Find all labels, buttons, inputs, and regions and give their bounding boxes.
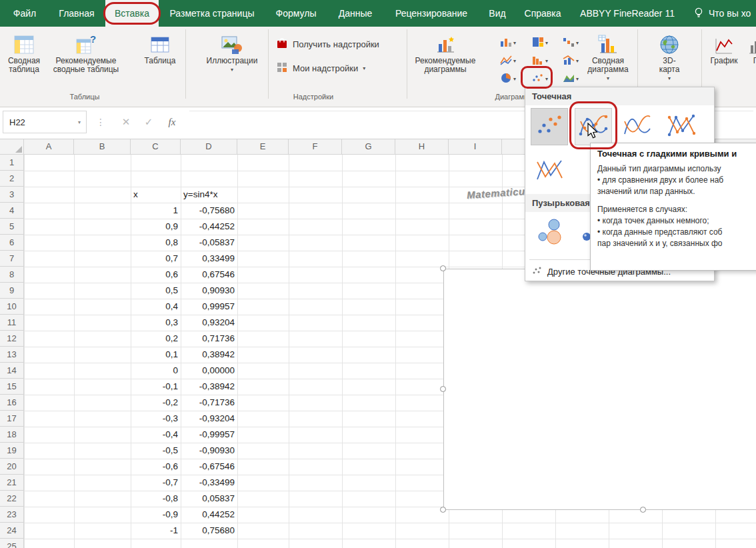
line-chart-button[interactable]: ▾ bbox=[493, 53, 523, 69]
cell-D23[interactable]: 0,44252 bbox=[181, 507, 237, 523]
cell-C22[interactable]: -0,8 bbox=[131, 491, 181, 507]
column-header-H[interactable]: H bbox=[395, 139, 449, 155]
cell-C20[interactable]: -0,6 bbox=[131, 459, 181, 475]
cell-D24[interactable]: 0,75680 bbox=[181, 523, 237, 539]
row-header-23[interactable]: 23 bbox=[0, 507, 24, 523]
row-header-9[interactable]: 9 bbox=[0, 283, 24, 299]
column-header-A[interactable]: A bbox=[24, 139, 74, 155]
tab-page-layout[interactable]: Разметка страницы bbox=[163, 0, 261, 27]
cell-D10[interactable]: 0,99957 bbox=[181, 299, 237, 315]
enter-icon[interactable]: ✓ bbox=[140, 107, 157, 137]
table-button[interactable]: Таблица bbox=[137, 31, 183, 92]
cell-D17[interactable]: -0,93204 bbox=[181, 411, 237, 427]
tab-view[interactable]: Вид bbox=[483, 0, 512, 27]
chart-handle-bottom-center[interactable] bbox=[640, 507, 646, 513]
row-header-7[interactable]: 7 bbox=[0, 251, 24, 267]
tab-help[interactable]: Справка bbox=[516, 0, 569, 27]
column-header-E[interactable]: E bbox=[237, 139, 289, 155]
row-header-6[interactable]: 6 bbox=[0, 235, 24, 251]
cell-D3[interactable]: y=sin4*x bbox=[181, 187, 237, 203]
chart-placeholder[interactable] bbox=[443, 269, 756, 510]
cell-C21[interactable]: -0,7 bbox=[131, 475, 181, 491]
cell-C7[interactable]: 0,7 bbox=[131, 251, 181, 267]
tab-review[interactable]: Рецензирование bbox=[384, 0, 479, 27]
row-header-16[interactable]: 16 bbox=[0, 395, 24, 411]
name-box[interactable]: H22 ▾ bbox=[3, 111, 87, 133]
cell-C8[interactable]: 0,6 bbox=[131, 267, 181, 283]
row-header-4[interactable]: 4 bbox=[0, 203, 24, 219]
my-addins-button[interactable]: Мои надстройки ▾ bbox=[276, 61, 365, 75]
cell-C17[interactable]: -0,3 bbox=[131, 411, 181, 427]
cell-D21[interactable]: -0,33499 bbox=[181, 475, 237, 491]
row-header-24[interactable]: 24 bbox=[0, 523, 24, 539]
cell-C14[interactable]: 0 bbox=[131, 363, 181, 379]
cell-C24[interactable]: -1 bbox=[131, 523, 181, 539]
recommended-pivots-button[interactable]: ? Рекомендуемые сводные таблицы bbox=[47, 31, 125, 92]
row-header-3[interactable]: 3 bbox=[0, 187, 24, 203]
cell-C18[interactable]: -0,4 bbox=[131, 427, 181, 443]
menu-item-scatter-straight[interactable] bbox=[531, 153, 568, 190]
treemap-chart-button[interactable]: ▾ bbox=[525, 35, 555, 51]
cell-C23[interactable]: -0,9 bbox=[131, 507, 181, 523]
cell-C15[interactable]: -0,1 bbox=[131, 379, 181, 395]
cell-D20[interactable]: -0,67546 bbox=[181, 459, 237, 475]
chart-handle-top-left[interactable] bbox=[440, 265, 446, 271]
cell-C11[interactable]: 0,3 bbox=[131, 315, 181, 331]
cell-D18[interactable]: -0,99957 bbox=[181, 427, 237, 443]
row-header-20[interactable]: 20 bbox=[0, 459, 24, 475]
cell-C19[interactable]: -0,5 bbox=[131, 443, 181, 459]
cell-D16[interactable]: -0,71736 bbox=[181, 395, 237, 411]
tab-file[interactable]: Файл bbox=[5, 0, 44, 27]
row-header-5[interactable]: 5 bbox=[0, 219, 24, 235]
row-header-10[interactable]: 10 bbox=[0, 299, 24, 315]
cell-D12[interactable]: 0,71736 bbox=[181, 331, 237, 347]
cell-D15[interactable]: -0,38942 bbox=[181, 379, 237, 395]
menu-item-bubble[interactable] bbox=[531, 214, 568, 251]
menu-item-scatter-straight-markers[interactable] bbox=[663, 108, 700, 145]
cell-C13[interactable]: 0,1 bbox=[131, 347, 181, 363]
column-chart-button[interactable]: ▾ bbox=[493, 35, 523, 51]
sparkline-histogram-button[interactable]: Ги bbox=[743, 31, 756, 92]
row-header-8[interactable]: 8 bbox=[0, 267, 24, 283]
tab-formulas[interactable]: Формулы bbox=[265, 0, 327, 27]
row-header-13[interactable]: 13 bbox=[0, 347, 24, 363]
menu-item-scatter-smooth[interactable] bbox=[619, 108, 656, 145]
chart-handle-mid-left[interactable] bbox=[440, 386, 446, 392]
column-header-I[interactable]: I bbox=[449, 139, 502, 155]
row-header-17[interactable]: 17 bbox=[0, 411, 24, 427]
column-header-B[interactable]: B bbox=[74, 139, 131, 155]
column-header-C[interactable]: C bbox=[131, 139, 181, 155]
row-header-1[interactable]: 1 bbox=[0, 155, 24, 171]
tab-abbyy-finereader[interactable]: ABBYY FineReader 11 bbox=[572, 0, 683, 27]
get-addins-button[interactable]: Получить надстройки bbox=[276, 37, 379, 51]
column-header-F[interactable]: F bbox=[289, 139, 342, 155]
tell-me-search[interactable]: Что вы хо bbox=[693, 0, 756, 27]
row-header-11[interactable]: 11 bbox=[0, 315, 24, 331]
recommended-charts-button[interactable]: Рекомендуемые диаграммы bbox=[411, 31, 480, 92]
cell-D14[interactable]: 0,00000 bbox=[181, 363, 237, 379]
sparkline-line-button[interactable]: График bbox=[704, 31, 744, 92]
tab-insert[interactable]: Вставка bbox=[105, 0, 159, 27]
pie-chart-button[interactable]: ▾ bbox=[493, 71, 523, 87]
cell-D22[interactable]: 0,05837 bbox=[181, 491, 237, 507]
map-3d-button[interactable]: 3D-карта ▾ bbox=[641, 31, 697, 92]
pivot-chart-button[interactable]: Сводная диаграмма ▾ bbox=[580, 31, 636, 92]
row-header-19[interactable]: 19 bbox=[0, 443, 24, 459]
chart-handle-bottom-left[interactable] bbox=[440, 507, 446, 513]
row-header-12[interactable]: 12 bbox=[0, 331, 24, 347]
cell-C5[interactable]: 0,9 bbox=[131, 219, 181, 235]
cell-D6[interactable]: -0,05837 bbox=[181, 235, 237, 251]
tab-home[interactable]: Главная bbox=[48, 0, 105, 27]
cancel-icon[interactable]: ✕ bbox=[117, 107, 135, 137]
column-header-G[interactable]: G bbox=[342, 139, 395, 155]
row-header-15[interactable]: 15 bbox=[0, 379, 24, 395]
row-header-2[interactable]: 2 bbox=[0, 171, 24, 187]
cell-C9[interactable]: 0,5 bbox=[131, 283, 181, 299]
histogram-chart-button[interactable]: ▾ bbox=[525, 53, 555, 69]
row-header-22[interactable]: 22 bbox=[0, 491, 24, 507]
cell-C4[interactable]: 1 bbox=[131, 203, 181, 219]
cell-C6[interactable]: 0,8 bbox=[131, 235, 181, 251]
cell-D13[interactable]: 0,38942 bbox=[181, 347, 237, 363]
menu-item-scatter-smooth-markers[interactable] bbox=[575, 108, 612, 145]
cell-C10[interactable]: 0,4 bbox=[131, 299, 181, 315]
